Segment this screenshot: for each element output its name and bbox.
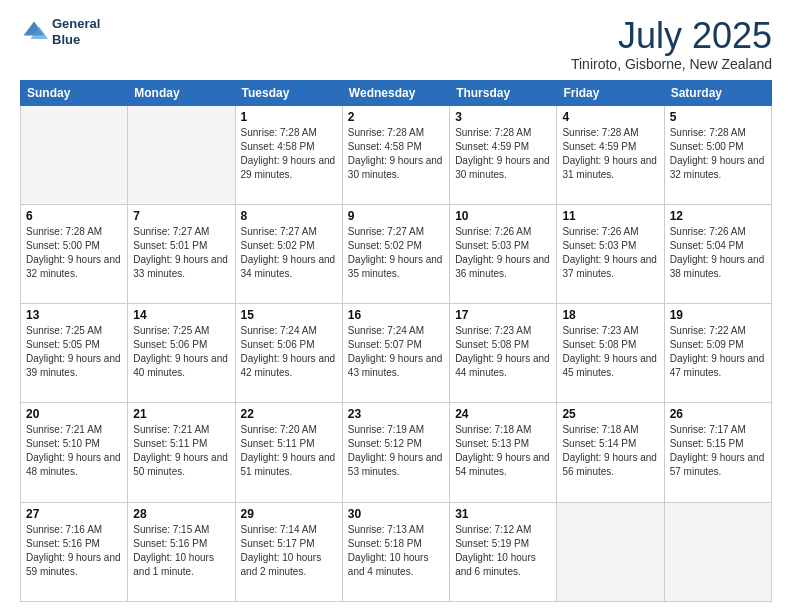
cell-info: Sunrise: 7:28 AM Sunset: 4:58 PM Dayligh… (348, 126, 444, 182)
calendar-cell (557, 502, 664, 601)
day-number: 1 (241, 110, 337, 124)
day-number: 11 (562, 209, 658, 223)
header: General Blue July 2025 Tiniroto, Gisborn… (20, 16, 772, 72)
cell-info: Sunrise: 7:26 AM Sunset: 5:03 PM Dayligh… (562, 225, 658, 281)
weekday-header-friday: Friday (557, 80, 664, 105)
day-number: 22 (241, 407, 337, 421)
calendar-cell: 5Sunrise: 7:28 AM Sunset: 5:00 PM Daylig… (664, 105, 771, 204)
week-row-1: 1Sunrise: 7:28 AM Sunset: 4:58 PM Daylig… (21, 105, 772, 204)
day-number: 7 (133, 209, 229, 223)
cell-info: Sunrise: 7:14 AM Sunset: 5:17 PM Dayligh… (241, 523, 337, 579)
page: General Blue July 2025 Tiniroto, Gisborn… (0, 0, 792, 612)
logo: General Blue (20, 16, 100, 47)
cell-info: Sunrise: 7:23 AM Sunset: 5:08 PM Dayligh… (455, 324, 551, 380)
day-number: 12 (670, 209, 766, 223)
calendar-cell: 17Sunrise: 7:23 AM Sunset: 5:08 PM Dayli… (450, 304, 557, 403)
day-number: 3 (455, 110, 551, 124)
weekday-header-sunday: Sunday (21, 80, 128, 105)
calendar-cell: 30Sunrise: 7:13 AM Sunset: 5:18 PM Dayli… (342, 502, 449, 601)
cell-info: Sunrise: 7:18 AM Sunset: 5:14 PM Dayligh… (562, 423, 658, 479)
calendar-cell: 6Sunrise: 7:28 AM Sunset: 5:00 PM Daylig… (21, 204, 128, 303)
week-row-5: 27Sunrise: 7:16 AM Sunset: 5:16 PM Dayli… (21, 502, 772, 601)
cell-info: Sunrise: 7:26 AM Sunset: 5:03 PM Dayligh… (455, 225, 551, 281)
calendar-cell: 21Sunrise: 7:21 AM Sunset: 5:11 PM Dayli… (128, 403, 235, 502)
cell-info: Sunrise: 7:22 AM Sunset: 5:09 PM Dayligh… (670, 324, 766, 380)
day-number: 4 (562, 110, 658, 124)
cell-info: Sunrise: 7:28 AM Sunset: 5:00 PM Dayligh… (670, 126, 766, 182)
cell-info: Sunrise: 7:23 AM Sunset: 5:08 PM Dayligh… (562, 324, 658, 380)
day-number: 17 (455, 308, 551, 322)
week-row-2: 6Sunrise: 7:28 AM Sunset: 5:00 PM Daylig… (21, 204, 772, 303)
calendar: SundayMondayTuesdayWednesdayThursdayFrid… (20, 80, 772, 602)
calendar-cell: 18Sunrise: 7:23 AM Sunset: 5:08 PM Dayli… (557, 304, 664, 403)
day-number: 13 (26, 308, 122, 322)
day-number: 29 (241, 507, 337, 521)
weekday-header-tuesday: Tuesday (235, 80, 342, 105)
weekday-header-row: SundayMondayTuesdayWednesdayThursdayFrid… (21, 80, 772, 105)
week-row-4: 20Sunrise: 7:21 AM Sunset: 5:10 PM Dayli… (21, 403, 772, 502)
day-number: 9 (348, 209, 444, 223)
calendar-cell: 31Sunrise: 7:12 AM Sunset: 5:19 PM Dayli… (450, 502, 557, 601)
calendar-cell: 9Sunrise: 7:27 AM Sunset: 5:02 PM Daylig… (342, 204, 449, 303)
day-number: 16 (348, 308, 444, 322)
calendar-cell: 16Sunrise: 7:24 AM Sunset: 5:07 PM Dayli… (342, 304, 449, 403)
calendar-cell: 4Sunrise: 7:28 AM Sunset: 4:59 PM Daylig… (557, 105, 664, 204)
weekday-header-thursday: Thursday (450, 80, 557, 105)
cell-info: Sunrise: 7:12 AM Sunset: 5:19 PM Dayligh… (455, 523, 551, 579)
calendar-cell: 1Sunrise: 7:28 AM Sunset: 4:58 PM Daylig… (235, 105, 342, 204)
cell-info: Sunrise: 7:25 AM Sunset: 5:06 PM Dayligh… (133, 324, 229, 380)
calendar-cell: 12Sunrise: 7:26 AM Sunset: 5:04 PM Dayli… (664, 204, 771, 303)
day-number: 19 (670, 308, 766, 322)
calendar-cell: 23Sunrise: 7:19 AM Sunset: 5:12 PM Dayli… (342, 403, 449, 502)
day-number: 21 (133, 407, 229, 421)
cell-info: Sunrise: 7:24 AM Sunset: 5:07 PM Dayligh… (348, 324, 444, 380)
cell-info: Sunrise: 7:25 AM Sunset: 5:05 PM Dayligh… (26, 324, 122, 380)
day-number: 15 (241, 308, 337, 322)
cell-info: Sunrise: 7:27 AM Sunset: 5:01 PM Dayligh… (133, 225, 229, 281)
cell-info: Sunrise: 7:19 AM Sunset: 5:12 PM Dayligh… (348, 423, 444, 479)
weekday-header-saturday: Saturday (664, 80, 771, 105)
calendar-cell: 26Sunrise: 7:17 AM Sunset: 5:15 PM Dayli… (664, 403, 771, 502)
day-number: 30 (348, 507, 444, 521)
cell-info: Sunrise: 7:21 AM Sunset: 5:11 PM Dayligh… (133, 423, 229, 479)
cell-info: Sunrise: 7:16 AM Sunset: 5:16 PM Dayligh… (26, 523, 122, 579)
calendar-cell: 28Sunrise: 7:15 AM Sunset: 5:16 PM Dayli… (128, 502, 235, 601)
calendar-cell: 20Sunrise: 7:21 AM Sunset: 5:10 PM Dayli… (21, 403, 128, 502)
day-number: 2 (348, 110, 444, 124)
calendar-cell: 8Sunrise: 7:27 AM Sunset: 5:02 PM Daylig… (235, 204, 342, 303)
week-row-3: 13Sunrise: 7:25 AM Sunset: 5:05 PM Dayli… (21, 304, 772, 403)
day-number: 5 (670, 110, 766, 124)
title-block: July 2025 Tiniroto, Gisborne, New Zealan… (571, 16, 772, 72)
day-number: 8 (241, 209, 337, 223)
logo-icon (20, 18, 48, 46)
cell-info: Sunrise: 7:15 AM Sunset: 5:16 PM Dayligh… (133, 523, 229, 579)
day-number: 6 (26, 209, 122, 223)
calendar-cell: 3Sunrise: 7:28 AM Sunset: 4:59 PM Daylig… (450, 105, 557, 204)
cell-info: Sunrise: 7:20 AM Sunset: 5:11 PM Dayligh… (241, 423, 337, 479)
calendar-cell: 15Sunrise: 7:24 AM Sunset: 5:06 PM Dayli… (235, 304, 342, 403)
day-number: 31 (455, 507, 551, 521)
weekday-header-wednesday: Wednesday (342, 80, 449, 105)
logo-line2: Blue (52, 32, 100, 48)
day-number: 20 (26, 407, 122, 421)
day-number: 14 (133, 308, 229, 322)
calendar-cell: 29Sunrise: 7:14 AM Sunset: 5:17 PM Dayli… (235, 502, 342, 601)
cell-info: Sunrise: 7:21 AM Sunset: 5:10 PM Dayligh… (26, 423, 122, 479)
calendar-cell (128, 105, 235, 204)
weekday-header-monday: Monday (128, 80, 235, 105)
calendar-cell (21, 105, 128, 204)
calendar-cell: 7Sunrise: 7:27 AM Sunset: 5:01 PM Daylig… (128, 204, 235, 303)
calendar-cell: 14Sunrise: 7:25 AM Sunset: 5:06 PM Dayli… (128, 304, 235, 403)
day-number: 18 (562, 308, 658, 322)
cell-info: Sunrise: 7:27 AM Sunset: 5:02 PM Dayligh… (348, 225, 444, 281)
calendar-cell: 2Sunrise: 7:28 AM Sunset: 4:58 PM Daylig… (342, 105, 449, 204)
calendar-cell: 25Sunrise: 7:18 AM Sunset: 5:14 PM Dayli… (557, 403, 664, 502)
cell-info: Sunrise: 7:24 AM Sunset: 5:06 PM Dayligh… (241, 324, 337, 380)
day-number: 25 (562, 407, 658, 421)
calendar-cell: 22Sunrise: 7:20 AM Sunset: 5:11 PM Dayli… (235, 403, 342, 502)
calendar-cell: 27Sunrise: 7:16 AM Sunset: 5:16 PM Dayli… (21, 502, 128, 601)
calendar-cell: 13Sunrise: 7:25 AM Sunset: 5:05 PM Dayli… (21, 304, 128, 403)
day-number: 27 (26, 507, 122, 521)
day-number: 24 (455, 407, 551, 421)
cell-info: Sunrise: 7:28 AM Sunset: 4:59 PM Dayligh… (455, 126, 551, 182)
